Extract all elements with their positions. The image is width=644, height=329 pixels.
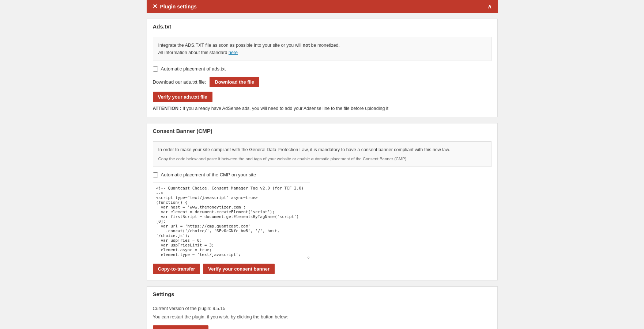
ads-txt-title: Ads.txt [147, 19, 497, 32]
plugin-header: ✕ Plugin settings ∧ [147, 0, 498, 13]
ads-txt-here-link[interactable]: here [229, 50, 238, 55]
ads-txt-checkbox-row: Automatic placement of ads.txt [153, 66, 492, 72]
version-line: Current version of the plugin: 9.5.15 [153, 305, 492, 313]
settings-body: Current version of the plugin: 9.5.15 Yo… [147, 300, 497, 329]
restart-info: You can restart the plugin, if you wish,… [153, 313, 492, 321]
cmp-checkbox[interactable] [153, 172, 158, 177]
ads-txt-checkbox[interactable] [153, 66, 158, 72]
consent-banner-title: Consent Banner (CMP) [147, 123, 497, 137]
consent-banner-info: In order to make your site compliant wit… [153, 141, 492, 167]
ads-txt-info-bold: not [303, 43, 310, 48]
collapse-icon[interactable]: ∧ [487, 3, 492, 10]
cmp-code-textarea[interactable] [153, 183, 310, 259]
attention-label: ATTENTION : [153, 106, 181, 111]
download-label: Download our ads.txt file: [153, 79, 206, 85]
ads-txt-checkbox-label: Automatic placement of ads.txt [161, 66, 226, 72]
verify-consent-banner-button[interactable]: Verify your consent banner [203, 264, 275, 274]
settings-title: Settings [147, 287, 497, 300]
reset-plugin-button[interactable]: Resetting the plugin [153, 325, 209, 329]
settings-section: Settings Current version of the plugin: … [147, 286, 498, 329]
ads-txt-info: Integrate the ADS.TXT file as soon as po… [153, 37, 492, 61]
consent-info-line2: Copy the code below and paste it between… [158, 156, 486, 162]
attention-text: ATTENTION : If you already have AdSense … [153, 106, 492, 111]
cmp-checkbox-row: Automatic placement of the CMP on your s… [153, 172, 492, 177]
attention-body: If you already have AdSense ads, you wil… [181, 106, 388, 111]
ads-txt-info-line1-end: be monetized. [310, 43, 340, 48]
ads-txt-body: Integrate the ADS.TXT file as soon as po… [147, 32, 497, 117]
consent-info-line1: In order to make your site compliant wit… [158, 146, 486, 153]
ads-txt-section: Ads.txt Integrate the ADS.TXT file as so… [147, 19, 498, 117]
plugin-icon: ✕ [152, 3, 157, 10]
plugin-header-left: ✕ Plugin settings [152, 3, 197, 10]
consent-button-group: Copy-to-transfer Verify your consent ban… [153, 264, 492, 274]
plugin-title: Plugin settings [160, 4, 197, 9]
download-file-button[interactable]: Download the file [210, 77, 259, 87]
consent-banner-section: Consent Banner (CMP) In order to make yo… [147, 123, 498, 280]
settings-info: Current version of the plugin: 9.5.15 Yo… [153, 305, 492, 321]
consent-banner-body: In order to make your site compliant wit… [147, 137, 497, 280]
verify-ads-txt-button[interactable]: Verify your ads.txt file [153, 92, 212, 102]
ads-txt-info-line1: Integrate the ADS.TXT file as soon as po… [158, 43, 303, 48]
ads-txt-info-line2: All information about this standard [158, 50, 229, 55]
download-row: Download our ads.txt file: Download the … [153, 77, 492, 87]
copy-to-transfer-button[interactable]: Copy-to-transfer [153, 264, 200, 274]
cmp-checkbox-label: Automatic placement of the CMP on your s… [161, 172, 256, 177]
